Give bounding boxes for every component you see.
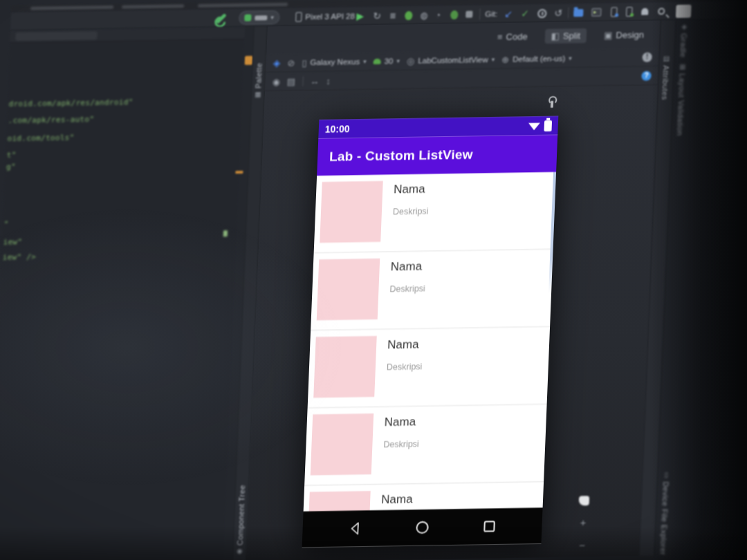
code-line[interactable]: iew"	[3, 237, 22, 246]
item-thumbnail	[313, 336, 377, 398]
code-line[interactable]: .com/apk/res-auto"	[8, 115, 94, 125]
component-tree-icon: ◉	[236, 548, 243, 557]
project-folder-icon[interactable]	[573, 3, 584, 21]
phone-icon: ▯	[302, 57, 307, 68]
chevron-down-icon: ▾	[363, 58, 367, 65]
chevron-down-icon: ▾	[396, 57, 400, 64]
list-item[interactable]: Nama Deskripsi	[308, 327, 550, 409]
debug-button[interactable]	[405, 6, 413, 24]
tab-code-label: Code	[506, 31, 528, 41]
device-mirror-icon[interactable]	[626, 3, 633, 21]
item-thumbnail	[311, 413, 374, 475]
item-description: Deskripsi	[389, 284, 425, 295]
android-studio-window: ▾ Pixel 3 API 28 ▾ ▶ ↻ ≣ ◍ ◔ Git: ↙ ✓	[0, 0, 747, 560]
toolbar-separator	[302, 77, 304, 86]
logcat-terminal-icon[interactable]: ▸	[591, 3, 602, 21]
locale-globe-icon: ⊕	[501, 54, 510, 64]
device-phone-icon	[295, 12, 302, 22]
api-level-label: 30	[384, 57, 393, 66]
code-line[interactable]: t"	[6, 151, 16, 160]
view-options-eye-icon[interactable]: ◉	[272, 77, 280, 87]
sync-icon[interactable]: ≣	[389, 6, 397, 24]
device-file-explorer-tab[interactable]: ▯ Device File Explorer	[659, 471, 671, 555]
chevron-down-icon: ▾	[492, 56, 495, 63]
item-thumbnail	[317, 259, 380, 320]
run-configuration-select[interactable]: ▾	[239, 10, 279, 25]
list-item[interactable]: Nama Deskripsi	[304, 482, 544, 511]
code-line[interactable]: iew" />	[2, 252, 36, 262]
notifications-bell-icon[interactable]	[641, 3, 649, 21]
tab-split-label: Split	[563, 30, 581, 41]
error-count-badge[interactable]: !	[642, 53, 652, 62]
attributes-tab[interactable]: ▤ Attributes	[661, 55, 671, 100]
run-button[interactable]: ▶	[356, 7, 365, 25]
git-update-button[interactable]: ↙	[504, 5, 513, 23]
sync-device-icon[interactable]	[611, 3, 618, 21]
search-everywhere-icon[interactable]	[658, 2, 665, 20]
list-item[interactable]: Nama Deskripsi	[314, 172, 556, 254]
layout-validation-tab[interactable]: ▦ Layout Validation	[676, 63, 687, 136]
device-selector[interactable]: Pixel 3 API 28 ▾	[295, 7, 362, 26]
chevron-down-icon: ▾	[569, 55, 572, 62]
attach-debugger-icon[interactable]: ◍	[420, 6, 428, 24]
orientation-horizontal-icon[interactable]: ↔	[310, 76, 320, 86]
code-editor[interactable]: droid.com/apk/res/android".com/apk/res-a…	[0, 27, 246, 560]
device-config-label: Galaxy Nexus	[310, 57, 360, 66]
app-module-icon	[244, 15, 251, 21]
api-level-select[interactable]: 30 ▾	[373, 57, 400, 66]
tab-design[interactable]: ▣ Design	[598, 27, 651, 42]
phone-preview[interactable]: 10:00 Lab - Custom ListView	[302, 116, 559, 548]
back-button[interactable]	[347, 520, 364, 536]
gradle-tab[interactable]: ◈ Gradle	[679, 23, 689, 58]
code-line[interactable]: g"	[6, 162, 16, 171]
palette-icon: ▦	[254, 91, 261, 100]
stop-button[interactable]	[465, 6, 473, 24]
component-tree-tab[interactable]: ◉ Component Tree	[235, 485, 246, 556]
tab-code[interactable]: ≡ Code	[491, 29, 535, 44]
orientation-icon[interactable]: ⊘	[287, 57, 295, 68]
listview[interactable]: Nama Deskripsi Nama Deskripsi	[304, 172, 556, 512]
git-commit-button[interactable]: ✓	[521, 4, 530, 22]
battery-icon	[544, 120, 552, 131]
tab-split[interactable]: ◧ Split	[544, 28, 587, 44]
zoom-in-icon[interactable]: +	[580, 516, 586, 528]
orientation-vertical-icon[interactable]: ↕	[326, 75, 331, 86]
app-title: Lab - Custom ListView	[329, 147, 473, 165]
item-description: Deskripsi	[387, 362, 423, 372]
apply-changes-button[interactable]: ↻	[373, 7, 382, 25]
code-line[interactable]: droid.com/apk/res/android"	[8, 97, 133, 109]
menu-text-blur	[122, 4, 184, 8]
rollback-button[interactable]: ↺	[554, 4, 563, 22]
zoom-out-icon[interactable]: −	[579, 539, 585, 551]
home-button[interactable]	[414, 519, 431, 536]
list-item[interactable]: Nama Deskripsi	[311, 250, 553, 331]
status-time: 10:00	[325, 123, 350, 135]
help-badge[interactable]: ?	[641, 71, 652, 81]
item-name: Nama	[381, 492, 413, 507]
code-line[interactable]: oid.com/tools"	[7, 133, 74, 144]
app-bar: Lab - Custom ListView	[317, 135, 557, 176]
history-button[interactable]	[537, 4, 547, 22]
design-canvas[interactable]: 10:00 Lab - Custom ListView	[246, 86, 658, 560]
theme-select[interactable]: ◎ LabCustomListView ▾	[407, 55, 495, 66]
code-line[interactable]: "	[3, 219, 8, 228]
palette-tab[interactable]: ▦ Palette	[254, 62, 264, 99]
recents-button[interactable]	[481, 518, 498, 534]
zoom-to-fit-icon[interactable]	[579, 496, 590, 505]
item-name: Nama	[394, 183, 425, 197]
debug-attach-icon[interactable]	[450, 6, 459, 24]
profiler-icon[interactable]: ◔	[435, 6, 441, 24]
locale-select[interactable]: ⊕ Default (en-us) ▾	[501, 53, 572, 65]
item-name: Nama	[387, 337, 419, 352]
item-name: Nama	[384, 415, 416, 429]
design-pane: ≡ Code ◧ Split ▣ Design ◈ ⊘	[246, 20, 661, 560]
build-hammer-icon[interactable]	[216, 13, 227, 24]
list-item[interactable]: Nama Deskripsi	[304, 404, 546, 486]
warning-stripe-marker[interactable]	[235, 171, 243, 174]
design-surface-icon[interactable]: ◈	[273, 57, 280, 68]
attributes-tab-label: Attributes	[661, 66, 670, 101]
render-wrench-icon[interactable]	[551, 101, 553, 108]
item-thumbnail	[320, 181, 383, 243]
device-config-select[interactable]: ▯ Galaxy Nexus ▾	[302, 57, 367, 68]
layout-variants-icon[interactable]: ▤	[287, 76, 296, 86]
